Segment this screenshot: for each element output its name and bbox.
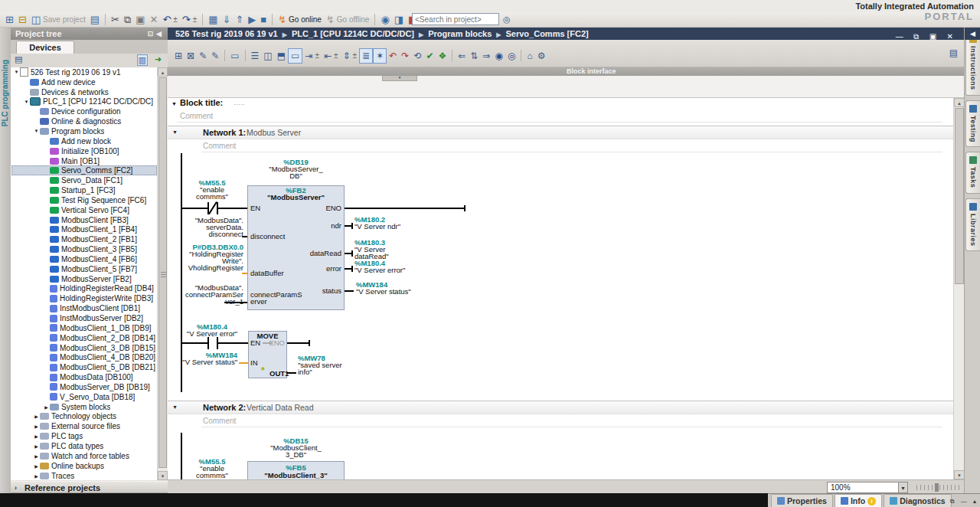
comments-toggle-icon[interactable]: ▭ (291, 50, 299, 62)
tree-item[interactable]: ▶ PLC data types (11, 441, 157, 451)
toolbar-item[interactable]: ↯ Go offline (324, 13, 372, 27)
tree-item[interactable]: HoldingRegisterRead [DB4] (11, 284, 157, 294)
breadcrumb-item[interactable]: PLC_1 [CPU 1214C DC/DC/DC]▶ (292, 29, 428, 38)
tree-item[interactable]: Initialize [OB100] (11, 146, 157, 156)
minimize-icon[interactable]: — (961, 498, 967, 505)
editor-toolbar-item[interactable]: ◉ (492, 49, 505, 63)
collapse-panel-icon[interactable]: ◀ (965, 28, 980, 40)
delete-icon[interactable]: ✕ (150, 14, 158, 26)
editor-toolbar-item[interactable]: ❖ (436, 49, 449, 63)
split-editor-icon[interactable]: ◫ (263, 50, 272, 62)
mark-position-icon[interactable]: ⇅ (470, 50, 478, 62)
find-icon[interactable]: ◎ (503, 15, 511, 25)
block-title-placeholder[interactable]: ….. (234, 99, 245, 106)
project-tree-header[interactable]: Project tree ⊡◀ (11, 28, 168, 40)
toolbar-item[interactable]: ▦ (206, 13, 220, 27)
accessible-devices-icon[interactable]: ◉ (381, 14, 389, 26)
tree-item[interactable]: Startup_1 [FC3] (11, 185, 157, 195)
output-error-name[interactable]: "V Server error" (354, 267, 405, 273)
fb-name[interactable]: "ModbusClient_3" (247, 472, 345, 479)
jump-back-icon[interactable]: ⇐ (458, 50, 466, 62)
toolbar-item[interactable]: ⇑ (233, 13, 246, 27)
editor-toolbar-item[interactable]: ↶ (387, 49, 399, 63)
details-view-icon[interactable]: ▥ (137, 54, 148, 66)
tree-item[interactable]: Online & diagnostics (11, 116, 157, 126)
outline-icon[interactable]: ☰ (251, 50, 260, 62)
go-offline-icon[interactable]: ↯ (326, 14, 335, 26)
editor-toolbar-item[interactable]: ≣ (359, 48, 373, 64)
tree-item[interactable]: ModbusClient_4 [FB6] (11, 254, 157, 264)
pin-en[interactable]: EN (250, 204, 260, 211)
pin-status[interactable]: status (290, 287, 341, 294)
editor-toolbar-item[interactable]: ✔ (423, 49, 436, 63)
symbolic-operands-icon[interactable]: ⇤ (324, 50, 332, 62)
start-simulation-icon[interactable]: ◨ (394, 14, 403, 26)
tree-item[interactable]: V_Servo_Data [DB18] (11, 392, 157, 402)
instance-db-name[interactable]: "ModbusClient_ 3_DB" (247, 444, 345, 458)
operand-disconnect[interactable]: "ModbusData". serverData. disconnect (182, 217, 243, 237)
network2-comment[interactable]: Comment (203, 417, 236, 425)
consistency-check-icon[interactable]: ✔ (426, 50, 433, 62)
empty-box-icon[interactable] (207, 83, 216, 90)
no-contact-icon[interactable] (172, 83, 181, 90)
search-input[interactable] (412, 13, 499, 25)
editor-toolbar-item[interactable]: ⇥ ± (302, 49, 322, 63)
expander-icon[interactable]: ▼ (13, 70, 20, 74)
edit-properties-icon[interactable]: ✎ (211, 50, 219, 62)
pin-out1[interactable]: OUT1 (270, 370, 289, 377)
toolbar-item[interactable]: ↯ Go online (276, 13, 324, 27)
instance-db-name[interactable]: "ModbusServer_ DB" (247, 165, 345, 179)
scroll-up-icon[interactable]: ▲ (158, 67, 168, 77)
tree-item[interactable]: ModbusClient_2_DB [DB14] (11, 333, 157, 343)
save-project-icon[interactable]: ◫ (31, 14, 41, 26)
copy-icon[interactable]: ⧉ (124, 14, 131, 26)
tree-item[interactable]: ModbusServer_DB [DB19] (11, 382, 157, 392)
breadcrumb-item[interactable]: Servo_Comms [FC2] (506, 29, 589, 38)
editor-toolbar-item[interactable]: ⇕ ± (341, 49, 360, 63)
editor-toolbar-item[interactable]: ⇤ ± (322, 49, 341, 63)
jump-forward-icon[interactable]: ⇒ (482, 50, 490, 62)
toolbar-item[interactable]: ⊟ (16, 13, 29, 27)
undo-icon[interactable]: ↶ (162, 14, 171, 26)
pin-in[interactable]: IN (250, 359, 258, 366)
scroll-down-icon[interactable]: ▼ (954, 470, 965, 479)
toolbar-item[interactable]: ◉ (378, 13, 391, 27)
editor-toolbar-item[interactable]: ☰ (249, 49, 262, 63)
tab-devices[interactable]: Devices (16, 41, 74, 54)
tree-item[interactable]: Add new block (11, 136, 157, 146)
tree-item[interactable]: Add new device (11, 77, 157, 87)
breadcrumb-item[interactable]: Program blocks▶ (428, 29, 505, 38)
zoom-dropdown-icon[interactable]: ▼ (898, 482, 908, 493)
tree-item[interactable]: ModbusClient_3 [FB5] (11, 244, 157, 254)
diagram-view-icon[interactable]: ➜ (155, 54, 162, 64)
coil-icon[interactable] (195, 83, 204, 90)
ladder-canvas[interactable]: ▼ Block title: ….. Comment ▼ Network 1: … (168, 98, 953, 479)
tree-item[interactable]: ModbusClient_5_DB [DB21] (11, 362, 157, 372)
ton-timer-icon[interactable] (264, 83, 273, 90)
toolbar-item[interactable]: ◨ (392, 13, 406, 27)
tree-item[interactable]: ▶ Traces (11, 471, 157, 480)
collapse-tree-icon[interactable]: ◀ (156, 30, 165, 38)
block-properties-icon[interactable]: ▤ (949, 47, 958, 58)
print-icon[interactable]: ▤ (90, 14, 100, 26)
toolbar-item[interactable]: ⇓ (220, 13, 234, 27)
editor-toolbar-item[interactable]: ⊞ (172, 49, 185, 63)
toolbar-item[interactable]: ▶ (246, 13, 258, 27)
tree-item[interactable]: ModbusClient [FB3] (11, 215, 157, 225)
editor-toolbar-item[interactable]: ⟲ (411, 49, 423, 63)
block-title-expander[interactable]: ▼ (172, 100, 177, 107)
update-block-calls-icon[interactable]: ⟲ (413, 50, 421, 62)
move-contact-name[interactable]: "V Server error" (181, 330, 243, 337)
breadcrumb-item[interactable]: 526 Test rig 2019 06 19 v1▶ (175, 29, 292, 38)
tab-instructions[interactable]: Instructions (965, 31, 980, 96)
float-icon[interactable]: ⧉ (950, 498, 955, 505)
editor-toolbar-item[interactable]: ✎ (197, 49, 209, 63)
goto-next-error-icon[interactable]: ↷ (401, 50, 409, 62)
expander-icon[interactable]: ▶ (33, 453, 40, 459)
block-interface-bar[interactable]: Block interface (168, 67, 964, 76)
reset-coil-icon[interactable] (253, 83, 262, 90)
delete-network-icon[interactable]: ⊠ (187, 50, 194, 62)
insert-network-icon[interactable]: ⊞ (175, 50, 182, 62)
expander-icon[interactable]: ▼ (33, 129, 40, 133)
editor-toolbar-item[interactable]: ⇐ (456, 49, 468, 63)
